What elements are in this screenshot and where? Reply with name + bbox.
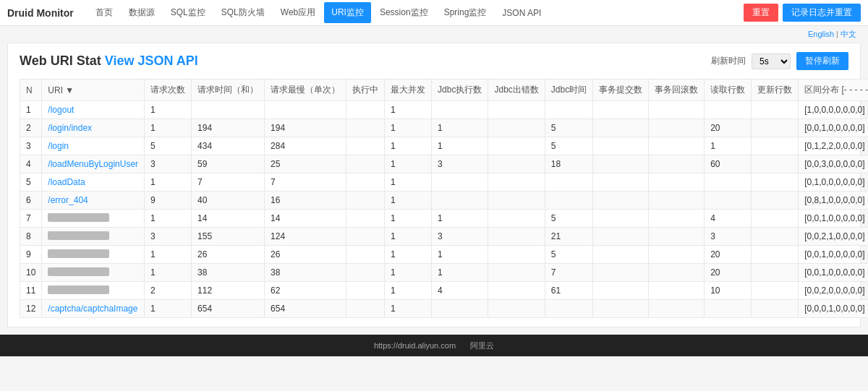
uri-link[interactable]: /logout (48, 105, 74, 115)
col-header-uri[interactable]: URI ▼ (42, 80, 145, 101)
cell-dist: [0,0,1,0,0,0,0,0] (799, 119, 868, 137)
cell-jdbc_exec (432, 101, 488, 119)
cell-requests: 1 (145, 246, 192, 264)
lang-english[interactable]: English (808, 30, 834, 38)
blurred-uri: ██████████ (48, 285, 109, 294)
cell-jdbc_time: 7 (545, 264, 592, 282)
cell-jdbc_err (488, 264, 545, 282)
cell-n: 3 (20, 137, 42, 155)
cell-n: 2 (20, 119, 42, 137)
cell-read_rows (705, 300, 752, 318)
cell-n: 1 (20, 101, 42, 119)
cell-uri: ██████████ (42, 282, 145, 300)
refresh-select[interactable]: 5s 10s 30s 60s (752, 53, 791, 69)
cell-request_max: 26 (265, 246, 346, 264)
col-header-dist: 区间分布 [- - - - - - - -] (799, 80, 868, 101)
cell-request_max: 194 (265, 119, 346, 137)
col-header-executing: 执行中 (346, 80, 385, 101)
cell-jdbc_err (488, 300, 545, 318)
nav-item-SQL监控[interactable]: SQL监控 (163, 2, 213, 23)
cell-request_time: 194 (192, 119, 265, 137)
cell-max_concurrent: 1 (385, 282, 432, 300)
cell-request_max: 284 (265, 137, 346, 155)
col-header-tx_commit: 事务提交数 (593, 80, 649, 101)
cell-requests: 2 (145, 282, 192, 300)
uri-link[interactable]: /login (48, 141, 69, 151)
col-header-jdbc_err: Jdbc出错数 (488, 80, 545, 101)
cell-executing (346, 210, 385, 228)
cell-requests: 1 (145, 119, 192, 137)
cell-requests: 3 (145, 155, 192, 173)
cell-dist: [0,0,1,0,0,0,0,0] (799, 210, 868, 228)
cell-request_time: 14 (192, 210, 265, 228)
nav-item-Spring监控[interactable]: Spring监控 (437, 2, 494, 23)
cell-request_time: 654 (192, 300, 265, 318)
nav-item-Session监控[interactable]: Session监控 (373, 2, 435, 23)
nav-item-JSON API[interactable]: JSON API (495, 4, 548, 22)
nav-item-首页[interactable]: 首页 (88, 2, 120, 23)
cell-read_rows (705, 101, 752, 119)
footer-link[interactable]: https://druid.aliyun.com (374, 341, 456, 350)
cell-tx_rollback (649, 282, 705, 300)
lang-chinese[interactable]: 中文 (841, 30, 856, 38)
cell-jdbc_time (545, 192, 592, 210)
cell-executing (346, 137, 385, 155)
uri-link[interactable]: /loadMenuByLoginUser (48, 159, 138, 169)
cell-update_rows (752, 192, 799, 210)
cell-jdbc_exec: 3 (432, 228, 488, 246)
table-header: NURI ▼请求次数请求时间（和）请求最慢（单次）执行中最大并发Jdbc执行数J… (20, 80, 869, 101)
cell-update_rows (752, 300, 799, 318)
cell-request_max: 62 (265, 282, 346, 300)
cell-tx_rollback (649, 137, 705, 155)
cell-executing (346, 282, 385, 300)
cell-jdbc_err (488, 282, 545, 300)
cell-jdbc_exec: 4 (432, 282, 488, 300)
uri-link[interactable]: /loadData (48, 177, 85, 187)
nav-item-URI监控[interactable]: URI监控 (324, 2, 371, 23)
cell-request_max: 14 (265, 210, 346, 228)
uri-link[interactable]: /captcha/captchaImage (48, 304, 137, 314)
cell-n: 4 (20, 155, 42, 173)
cell-max_concurrent: 1 (385, 300, 432, 318)
cell-jdbc_exec: 1 (432, 246, 488, 264)
cell-uri: /captcha/captchaImage (42, 300, 145, 318)
refresh-control: 刷新时间 5s 10s 30s 60s 暂停刷新 (711, 52, 848, 70)
cell-request_max: 7 (265, 173, 346, 192)
table-row: 5/loadData1771[0,1,0,0,0,0,0,0] (20, 173, 869, 192)
uri-link[interactable]: /login/index (48, 123, 92, 133)
cell-n: 9 (20, 246, 42, 264)
cell-uri: /loadData (42, 173, 145, 192)
cell-requests: 1 (145, 264, 192, 282)
main-content: Web URI Stat View JSON API 刷新时间 5s 10s 3… (7, 43, 861, 327)
nav-items: 首页数据源SQL监控SQL防火墙Web应用URI监控Session监控Sprin… (88, 2, 744, 23)
lang-bar: English | 中文 (0, 26, 868, 43)
cell-update_rows (752, 210, 799, 228)
cell-tx_commit (593, 137, 649, 155)
nav-item-数据源[interactable]: 数据源 (122, 2, 162, 23)
cell-read_rows: 60 (705, 155, 752, 173)
cell-requests: 5 (145, 137, 192, 155)
cell-jdbc_err (488, 173, 545, 192)
cell-dist: [0,0,1,0,0,0,0,0] (799, 246, 868, 264)
pause-button[interactable]: 暂停刷新 (796, 52, 848, 70)
cell-max_concurrent: 1 (385, 155, 432, 173)
cell-requests: 1 (145, 173, 192, 192)
cell-request_max: 25 (265, 155, 346, 173)
table-row: 2/login/index119419411520[0,0,1,0,0,0,0,… (20, 119, 869, 137)
cell-max_concurrent: 1 (385, 101, 432, 119)
cell-tx_rollback (649, 228, 705, 246)
log-reset-button[interactable]: 记录日志并重置 (783, 4, 861, 22)
cell-tx_commit (593, 264, 649, 282)
reset-button[interactable]: 重置 (744, 4, 778, 22)
cell-jdbc_exec (432, 300, 488, 318)
nav-item-SQL防火墙[interactable]: SQL防火墙 (214, 2, 272, 23)
uri-link[interactable]: /error_404 (48, 195, 88, 205)
cell-requests: 3 (145, 228, 192, 246)
cell-read_rows (705, 173, 752, 192)
cell-request_time: 38 (192, 264, 265, 282)
api-link[interactable]: View JSON API (105, 53, 198, 68)
nav-item-Web应用[interactable]: Web应用 (273, 2, 323, 23)
cell-tx_rollback (649, 246, 705, 264)
uri-table: NURI ▼请求次数请求时间（和）请求最慢（单次）执行中最大并发Jdbc执行数J… (20, 79, 868, 318)
cell-tx_commit (593, 101, 649, 119)
